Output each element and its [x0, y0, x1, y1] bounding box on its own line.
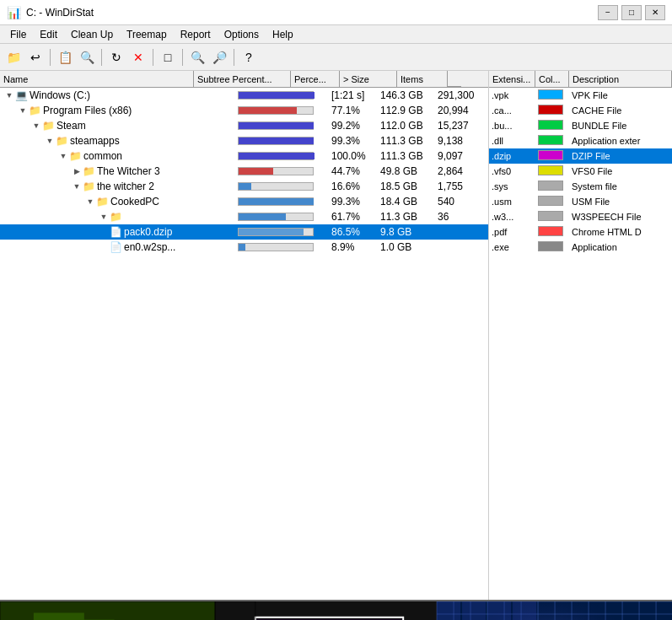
row-pct: 100.0%	[331, 150, 380, 162]
titlebar: 📊 C: - WinDirStat − □ ✕	[0, 0, 672, 25]
treemap-container[interactable]	[0, 600, 672, 620]
ext-row[interactable]: .dzip DZIP File	[489, 148, 672, 164]
maximize-button[interactable]: □	[621, 5, 642, 20]
toolbar-refresh[interactable]: ↻	[106, 47, 126, 67]
expand-icon[interactable]	[98, 241, 110, 253]
expand-icon[interactable]: ▼	[57, 150, 69, 162]
expand-icon[interactable]	[98, 226, 110, 238]
row-pct: 8.9%	[331, 241, 380, 253]
expand-icon[interactable]: ▼	[30, 120, 42, 132]
menu-item-treemap[interactable]: Treemap	[120, 27, 174, 42]
tree-row[interactable]: ▼ 📁 CookedPC 99.3% 18.4 GB 540	[0, 194, 488, 209]
menu-item-report[interactable]: Report	[174, 27, 218, 42]
tree-row[interactable]: ▼ 📁 61.7% 11.3 GB 36	[0, 209, 488, 224]
ext-row[interactable]: .ca... CACHE File	[489, 103, 672, 118]
row-items: 1,755	[438, 181, 488, 192]
ext-desc: VPK File	[569, 90, 672, 100]
col-header-subtree[interactable]: Subtree Percent...	[194, 71, 291, 87]
tree-row[interactable]: 📄 en0.w2sp... 8.9% 1.0 GB	[0, 240, 488, 255]
expand-icon[interactable]: ▼	[84, 196, 96, 208]
bar-container	[238, 121, 314, 130]
toolbar-stop[interactable]: ✕	[128, 47, 148, 67]
row-icon: 📁	[110, 211, 122, 223]
ext-row[interactable]: .dll Application exter	[489, 133, 672, 148]
col-header-items[interactable]: Items	[397, 71, 448, 87]
menu-item-clean-up[interactable]: Clean Up	[64, 27, 120, 42]
menu-item-edit[interactable]: Edit	[33, 27, 64, 42]
row-size: 18.5 GB	[380, 181, 438, 192]
close-button[interactable]: ✕	[645, 5, 665, 20]
ext-color-cell	[535, 150, 569, 162]
ext-row[interactable]: .w3... W3SPEECH File	[489, 209, 672, 224]
titlebar-controls[interactable]: − □ ✕	[598, 5, 665, 20]
row-items: 9,097	[438, 150, 488, 162]
tree-row[interactable]: ▼ 📁 Steam 99.2% 112.0 GB 15,237	[0, 118, 488, 133]
toolbar-help[interactable]: ?	[239, 47, 259, 67]
ext-color-cell	[535, 135, 569, 147]
tree-row[interactable]: 📄 pack0.dzip 86.5% 9.8 GB	[0, 224, 488, 240]
toolbar-copy[interactable]: 📋	[55, 47, 75, 67]
tree-row[interactable]: ▼ 💻 Windows (C:) [1:21 s] 146.3 GB 291,3…	[0, 88, 488, 103]
ext-color-cell	[535, 89, 569, 101]
row-pct: 86.5%	[331, 226, 380, 238]
menu-item-options[interactable]: Options	[218, 27, 266, 42]
expand-icon[interactable]: ▼	[71, 181, 83, 192]
ext-name: .dll	[489, 136, 535, 146]
ext-color-cell	[535, 226, 569, 238]
toolbar-find[interactable]: 🔍	[77, 47, 97, 67]
tree-row[interactable]: ▼ 📁 common 100.0% 111.3 GB 9,097	[0, 148, 488, 164]
row-pct: 61.7%	[331, 211, 380, 223]
toolbar-zoom-in[interactable]: 🔍	[187, 47, 207, 67]
ext-name: .dzip	[489, 151, 535, 161]
toolbar-sep1	[50, 49, 51, 66]
expand-icon[interactable]: ▶	[71, 165, 83, 177]
bar-fill	[239, 229, 304, 235]
ext-row[interactable]: .sys System file	[489, 179, 672, 194]
menu-item-file[interactable]: File	[3, 27, 33, 42]
color-swatch	[538, 211, 563, 221]
row-icon: 📁	[56, 135, 68, 147]
menu-item-help[interactable]: Help	[266, 27, 300, 42]
row-icon: 📁	[83, 181, 95, 192]
ext-row[interactable]: .vfs0 VFS0 File	[489, 164, 672, 179]
color-swatch	[538, 135, 563, 145]
toolbar-expand[interactable]: □	[158, 47, 178, 67]
ext-name: .w3...	[489, 212, 535, 222]
row-pct: 99.3%	[331, 196, 380, 208]
ext-row[interactable]: .vpk VPK File	[489, 88, 672, 103]
expand-icon[interactable]: ▼	[17, 105, 29, 116]
ext-color-cell	[535, 241, 569, 253]
bar-fill	[239, 107, 297, 114]
expand-icon[interactable]: ▼	[44, 135, 56, 147]
tree-body[interactable]: ▼ 💻 Windows (C:) [1:21 s] 146.3 GB 291,3…	[0, 88, 488, 600]
ext-name: .usm	[489, 197, 535, 207]
toolbar-sep3	[153, 49, 153, 66]
tree-row[interactable]: ▼ 📁 the witcher 2 16.6% 18.5 GB 1,755	[0, 179, 488, 194]
expand-icon[interactable]: ▼	[98, 211, 110, 223]
toolbar-zoom-out[interactable]: 🔎	[209, 47, 229, 67]
ext-desc: Application exter	[569, 136, 672, 146]
expand-icon[interactable]: ▼	[3, 89, 15, 101]
col-header-size[interactable]: > Size	[340, 71, 397, 87]
ext-row[interactable]: .pdf Chrome HTML D	[489, 224, 672, 240]
row-name: CookedPC	[110, 196, 159, 208]
toolbar: 📁 ↩ 📋 🔍 ↻ ✕ □ 🔍 🔎 ?	[0, 44, 672, 71]
col-header-name[interactable]: Name	[0, 71, 194, 87]
minimize-button[interactable]: −	[598, 5, 618, 20]
ext-body[interactable]: .vpk VPK File .ca... CACHE File .bu... B…	[489, 88, 672, 600]
tree-row[interactable]: ▶ 📁 The Witcher 3 44.7% 49.8 GB 2,864	[0, 164, 488, 179]
row-size: 111.3 GB	[380, 150, 438, 162]
row-name: en0.w2sp...	[124, 241, 175, 253]
col-header-pct[interactable]: Perce...	[291, 71, 340, 87]
bar-container	[238, 137, 314, 145]
toolbar-sep2	[101, 49, 102, 66]
toolbar-open[interactable]: ↩	[25, 47, 46, 67]
ext-name: .sys	[489, 181, 535, 191]
tree-row[interactable]: ▼ 📁 Program Files (x86) 77.1% 112.9 GB 2…	[0, 103, 488, 118]
toolbar-new[interactable]: 📁	[3, 47, 24, 67]
ext-row[interactable]: .usm USM File	[489, 194, 672, 209]
ext-row[interactable]: .exe Application	[489, 240, 672, 255]
ext-row[interactable]: .bu... BUNDLE File	[489, 118, 672, 133]
tree-row[interactable]: ▼ 📁 steamapps 99.3% 111.3 GB 9,138	[0, 133, 488, 148]
row-size: 111.3 GB	[380, 135, 438, 147]
